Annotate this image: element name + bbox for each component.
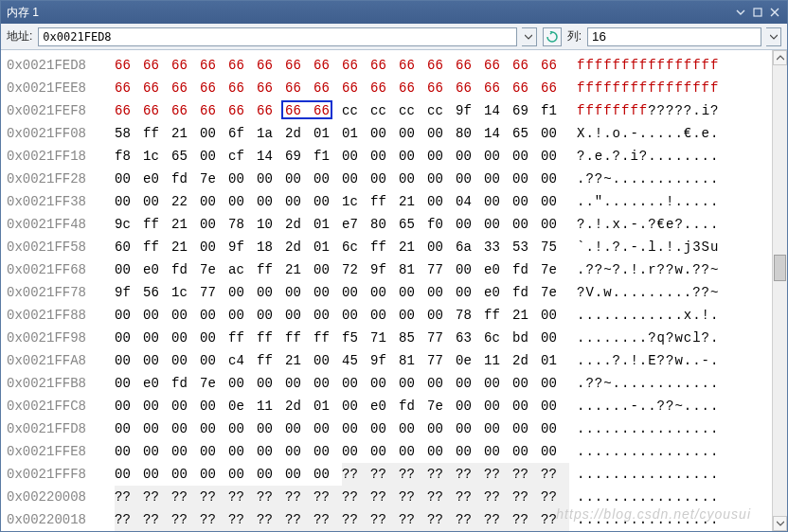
hex-byte[interactable]: 00 xyxy=(143,190,171,213)
hex-byte[interactable]: 9f xyxy=(456,99,484,122)
hex-byte[interactable]: 00 xyxy=(313,304,342,327)
ascii-cell[interactable]: ?V.w.........??~ xyxy=(577,281,719,304)
hex-byte[interactable]: 00 xyxy=(484,190,512,213)
hex-byte[interactable]: ff xyxy=(257,349,285,372)
hex-byte[interactable]: 00 xyxy=(285,440,313,463)
hex-byte[interactable]: 00 xyxy=(115,168,143,190)
scroll-track[interactable] xyxy=(773,65,787,516)
hex-byte[interactable]: 85 xyxy=(399,327,427,349)
ascii-cell[interactable]: ........?q?wcl?. xyxy=(577,327,719,349)
hex-byte[interactable]: ff xyxy=(370,236,399,258)
hex-byte[interactable]: 00 xyxy=(399,304,427,327)
hex-byte[interactable]: ?? xyxy=(257,508,285,531)
hex-byte[interactable]: 00 xyxy=(115,258,143,281)
hex-byte[interactable]: 00 xyxy=(257,372,285,395)
hex-byte[interactable]: 00 xyxy=(541,122,569,145)
hex-byte[interactable]: 00 xyxy=(143,304,171,327)
hex-byte[interactable]: 14 xyxy=(257,145,285,168)
hex-byte[interactable]: 00 xyxy=(342,168,370,190)
hex-row[interactable]: 0x0021FF9800000000fffffffff5718577636cbd… xyxy=(7,327,772,349)
hex-byte[interactable]: ?? xyxy=(143,486,171,508)
hex-byte[interactable]: ?? xyxy=(456,508,484,531)
hex-byte[interactable]: fd xyxy=(171,372,200,395)
hex-byte[interactable]: 6a xyxy=(456,236,484,258)
hex-byte[interactable]: ?? xyxy=(541,486,569,508)
scroll-down-button[interactable] xyxy=(773,516,787,531)
hex-byte[interactable]: 78 xyxy=(228,213,257,236)
hex-row[interactable]: 0x0021FF6800e0fd7eacff2100729f817700e0fd… xyxy=(7,258,772,281)
hex-byte[interactable]: cc xyxy=(370,99,399,122)
hex-byte[interactable]: 66 xyxy=(427,54,456,77)
hex-row[interactable]: 0x0021FF489cff210078102d01e78065f0000000… xyxy=(7,213,772,236)
hex-byte[interactable]: 21 xyxy=(171,122,200,145)
hex-byte[interactable]: 00 xyxy=(313,258,342,281)
maximize-button[interactable] xyxy=(751,6,764,19)
hex-byte[interactable]: 11 xyxy=(257,395,285,417)
hex-byte[interactable]: 2d xyxy=(512,349,541,372)
hex-byte[interactable]: ?? xyxy=(427,508,456,531)
hex-row[interactable]: 0x0021FFE8000000000000000000000000000000… xyxy=(7,440,772,463)
hex-byte[interactable]: 00 xyxy=(200,190,228,213)
window-menu-button[interactable] xyxy=(734,6,747,19)
hex-byte[interactable]: 00 xyxy=(512,190,541,213)
hex-byte[interactable]: 00 xyxy=(228,440,257,463)
hex-byte[interactable]: 21 xyxy=(285,349,313,372)
hex-byte[interactable]: 00 xyxy=(115,463,143,486)
hex-byte[interactable]: 00 xyxy=(313,440,342,463)
hex-byte[interactable]: 00 xyxy=(257,440,285,463)
hex-byte[interactable]: 00 xyxy=(456,168,484,190)
hex-byte[interactable]: ff xyxy=(143,213,171,236)
hex-byte[interactable]: 77 xyxy=(200,281,228,304)
hex-byte[interactable]: 7e xyxy=(200,258,228,281)
hex-byte[interactable]: ?? xyxy=(541,508,569,531)
hex-byte[interactable]: 6f xyxy=(228,122,257,145)
ascii-cell[interactable]: ................ xyxy=(577,417,719,440)
hex-byte[interactable]: ?? xyxy=(342,463,370,486)
hex-byte[interactable]: 00 xyxy=(512,395,541,417)
hex-byte[interactable]: ?? xyxy=(427,463,456,486)
hex-byte[interactable]: 00 xyxy=(427,236,456,258)
hex-byte[interactable]: 1c xyxy=(143,145,171,168)
hex-row[interactable]: 0x0021FFA800000000c4ff2100459f81770e112d… xyxy=(7,349,772,372)
hex-byte[interactable]: 00 xyxy=(512,213,541,236)
hex-byte[interactable]: 45 xyxy=(342,349,370,372)
hex-byte[interactable]: 69 xyxy=(512,99,541,122)
hex-byte[interactable]: 00 xyxy=(456,372,484,395)
hex-byte[interactable]: 6c xyxy=(484,327,512,349)
hex-byte[interactable]: 66 xyxy=(512,54,541,77)
hex-byte[interactable]: 00 xyxy=(541,417,569,440)
hex-byte[interactable]: 00 xyxy=(512,372,541,395)
hex-byte[interactable]: 00 xyxy=(484,417,512,440)
hex-byte[interactable]: 00 xyxy=(115,372,143,395)
hex-byte[interactable]: 00 xyxy=(512,168,541,190)
hex-byte[interactable]: 00 xyxy=(427,281,456,304)
hex-byte[interactable]: e0 xyxy=(484,258,512,281)
hex-byte[interactable]: 66 xyxy=(257,54,285,77)
hex-byte[interactable]: 66 xyxy=(541,54,569,77)
hex-byte[interactable]: 00 xyxy=(228,281,257,304)
hex-byte[interactable]: 00 xyxy=(484,145,512,168)
hex-byte[interactable]: ?? xyxy=(171,486,200,508)
hex-byte[interactable]: 21 xyxy=(512,304,541,327)
hex-row[interactable]: 0x0021FEE8666666666666666666666666666666… xyxy=(7,77,772,99)
hex-byte[interactable]: 56 xyxy=(143,281,171,304)
hex-byte[interactable]: 00 xyxy=(228,417,257,440)
hex-byte[interactable]: 66 xyxy=(342,77,370,99)
scroll-up-button[interactable] xyxy=(773,50,787,65)
hex-byte[interactable]: 75 xyxy=(541,236,569,258)
hex-byte[interactable]: 71 xyxy=(370,327,399,349)
hex-byte[interactable]: 66 xyxy=(200,99,228,122)
hex-byte[interactable]: ff xyxy=(228,327,257,349)
hex-byte[interactable]: ff xyxy=(143,236,171,258)
hex-byte[interactable]: 66 xyxy=(200,77,228,99)
hex-byte[interactable]: fd xyxy=(399,395,427,417)
hex-byte[interactable]: c4 xyxy=(228,349,257,372)
hex-byte[interactable]: 00 xyxy=(200,213,228,236)
hex-byte[interactable]: ac xyxy=(228,258,257,281)
hex-byte[interactable]: 7e xyxy=(541,258,569,281)
hex-byte[interactable]: 00 xyxy=(456,145,484,168)
hex-byte[interactable]: ff xyxy=(257,258,285,281)
hex-byte[interactable]: 81 xyxy=(399,258,427,281)
hex-byte[interactable]: 04 xyxy=(456,190,484,213)
hex-byte[interactable]: 80 xyxy=(456,122,484,145)
